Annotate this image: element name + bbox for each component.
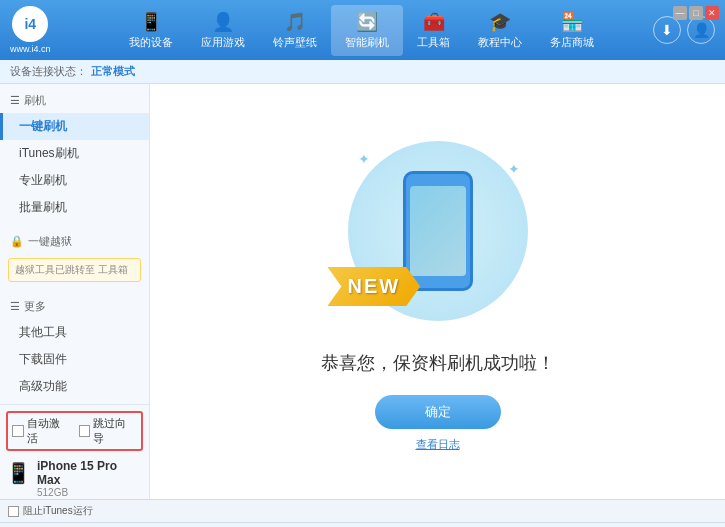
auto-activate-label: 自动激活 [27, 416, 71, 446]
bottom-bar: V7.98.66 客服 微信公众号 检查更新 [0, 522, 725, 527]
sidebar-item-download[interactable]: 下载固件 [0, 346, 149, 373]
header: i4 www.i4.cn 📱 我的设备 👤 应用游戏 🎵 铃声壁纸 🔄 智能刷机 [0, 0, 725, 60]
content-area: ✦ ✦ ✦ NEW 恭喜您，保资料刷机成功啦！ 确定 查看日志 [150, 84, 725, 499]
apps-icon: 👤 [212, 11, 234, 33]
sidebar-item-one-click[interactable]: 一键刷机 [0, 113, 149, 140]
itunes-label: 阻止iTunes运行 [23, 504, 93, 518]
user-button[interactable]: 👤 [687, 16, 715, 44]
download-button[interactable]: ⬇ [653, 16, 681, 44]
header-right: ⬇ 👤 [653, 16, 715, 44]
checkbox-row: 自动激活 跳过向导 [6, 411, 143, 451]
sidebar-warning: 越狱工具已跳转至 工具箱 [8, 258, 141, 282]
close-button[interactable]: ✕ [705, 6, 719, 20]
sidebar-item-advanced[interactable]: 高级功能 [0, 373, 149, 400]
nav-smart-flash[interactable]: 🔄 智能刷机 [331, 5, 403, 56]
new-ribbon: NEW [328, 267, 421, 306]
sidebar-warning-text: 越狱工具已跳转至 工具箱 [15, 264, 128, 275]
phone-body [403, 171, 473, 291]
itunes-bar: 阻止iTunes运行 [0, 499, 725, 522]
skip-guide-label: 跳过向导 [93, 416, 137, 446]
device-name: iPhone 15 Pro Max [37, 459, 143, 487]
advanced-label: 高级功能 [19, 379, 67, 393]
nav-apps[interactable]: 👤 应用游戏 [187, 5, 259, 56]
lock-icon: 🔒 [10, 235, 24, 248]
other-tools-label: 其他工具 [19, 325, 67, 339]
skip-guide-checkbox[interactable]: 跳过向导 [79, 416, 138, 446]
confirm-button[interactable]: 确定 [375, 395, 501, 429]
nav-service[interactable]: 🏪 务店商城 [536, 5, 608, 56]
sidebar-section-jailbreak: 🔒 一键越狱 越狱工具已跳转至 工具箱 [0, 225, 149, 290]
auto-activate-cb[interactable] [12, 425, 24, 437]
main-nav: 📱 我的设备 👤 应用游戏 🎵 铃声壁纸 🔄 智能刷机 🧰 工具箱 🎓 [71, 5, 653, 56]
tutorials-icon: 🎓 [489, 11, 511, 33]
logo-url: www.i4.cn [10, 44, 51, 54]
status-bar: 设备连接状态： 正常模式 [0, 60, 725, 84]
sparkle-icon-2: ✦ [508, 161, 520, 177]
flash-section-label: 刷机 [24, 93, 46, 108]
skip-guide-cb[interactable] [79, 425, 91, 437]
window-controls: — □ ✕ [673, 6, 719, 20]
download-firmware-label: 下载固件 [19, 352, 67, 366]
sidebar-batch-label: 批量刷机 [19, 200, 67, 214]
sidebar-item-other-tools[interactable]: 其他工具 [0, 319, 149, 346]
sidebar-item-pro[interactable]: 专业刷机 [0, 167, 149, 194]
status-value: 正常模式 [91, 64, 135, 79]
nav-tools[interactable]: 🧰 工具箱 [403, 5, 464, 56]
sidebar-section-flash: ☰ 刷机 一键刷机 iTunes刷机 专业刷机 批量刷机 [0, 84, 149, 225]
sparkle-icon-1: ✦ [358, 151, 370, 167]
nav-smart-flash-label: 智能刷机 [345, 35, 389, 50]
sidebar-item-itunes[interactable]: iTunes刷机 [0, 140, 149, 167]
device-phone-icon: 📱 [6, 461, 31, 485]
sidebar-item-batch[interactable]: 批量刷机 [0, 194, 149, 221]
sidebar-section-more: ☰ 更多 其他工具 下载固件 高级功能 [0, 290, 149, 404]
sidebar-more-header: ☰ 更多 [0, 294, 149, 319]
nav-apps-label: 应用游戏 [201, 35, 245, 50]
sidebar-more-label: 更多 [24, 299, 46, 314]
success-text: 恭喜您，保资料刷机成功啦！ [321, 351, 555, 375]
sidebar-section-flash-header: ☰ 刷机 [0, 88, 149, 113]
device-storage: 512GB [37, 487, 143, 498]
tools-icon: 🧰 [423, 11, 445, 33]
phone-illustration: ✦ ✦ ✦ NEW [338, 131, 538, 331]
smart-flash-icon: 🔄 [356, 11, 378, 33]
sidebar-one-click-label: 一键刷机 [19, 119, 67, 133]
sidebar-jailbreak-label: 一键越狱 [28, 234, 72, 249]
status-label: 设备连接状态： [10, 64, 87, 79]
sidebar-bottom: 自动激活 跳过向导 📱 iPhone 15 Pro Max 512GB iPho… [0, 404, 149, 499]
nav-tutorials-label: 教程中心 [478, 35, 522, 50]
auto-activate-checkbox[interactable]: 自动激活 [12, 416, 71, 446]
maximize-button[interactable]: □ [689, 6, 703, 20]
nav-tutorials[interactable]: 🎓 教程中心 [464, 5, 536, 56]
sidebar-itunes-label: iTunes刷机 [19, 146, 79, 160]
nav-ringtone-label: 铃声壁纸 [273, 35, 317, 50]
nav-ringtone[interactable]: 🎵 铃声壁纸 [259, 5, 331, 56]
log-link[interactable]: 查看日志 [416, 437, 460, 452]
phone-screen [410, 186, 466, 276]
logo: i4 www.i4.cn [10, 6, 51, 54]
nav-my-device[interactable]: 📱 我的设备 [115, 5, 187, 56]
service-icon: 🏪 [561, 11, 583, 33]
device-info: 📱 iPhone 15 Pro Max 512GB iPhone [6, 457, 143, 499]
device-type: iPhone [37, 498, 143, 499]
sidebar: ☰ 刷机 一键刷机 iTunes刷机 专业刷机 批量刷机 🔒 一键越狱 越狱工具 [0, 84, 150, 499]
logo-icon: i4 [12, 6, 48, 42]
itunes-checkbox[interactable] [8, 506, 19, 517]
new-badge-text: NEW [348, 275, 401, 298]
ringtone-icon: 🎵 [284, 11, 306, 33]
nav-service-label: 务店商城 [550, 35, 594, 50]
nav-my-device-label: 我的设备 [129, 35, 173, 50]
main-layout: ☰ 刷机 一键刷机 iTunes刷机 专业刷机 批量刷机 🔒 一键越狱 越狱工具 [0, 84, 725, 499]
device-icon: 📱 [140, 11, 162, 33]
sidebar-jailbreak-header: 🔒 一键越狱 [0, 229, 149, 254]
minimize-button[interactable]: — [673, 6, 687, 20]
more-section-icon: ☰ [10, 300, 20, 313]
sidebar-pro-label: 专业刷机 [19, 173, 67, 187]
nav-tools-label: 工具箱 [417, 35, 450, 50]
flash-section-icon: ☰ [10, 94, 20, 107]
device-text: iPhone 15 Pro Max 512GB iPhone [37, 459, 143, 499]
